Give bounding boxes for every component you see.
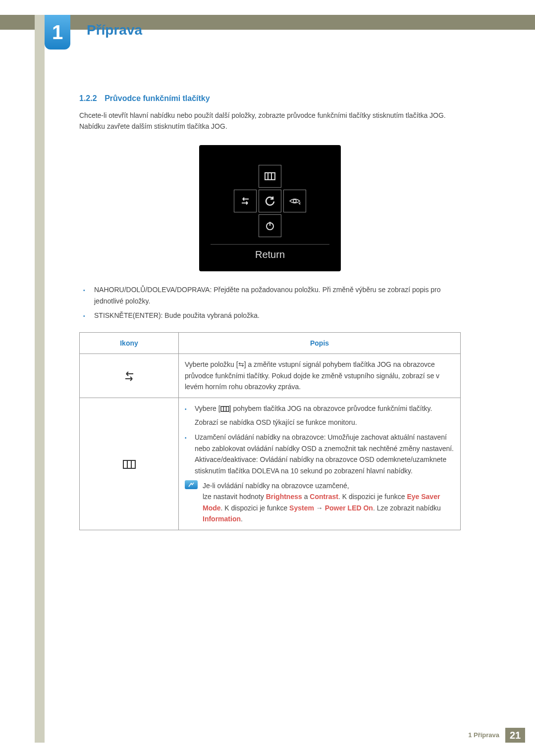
chapter-title: Příprava <box>87 22 142 30</box>
top-bar <box>0 15 535 30</box>
left-strip <box>35 15 45 30</box>
chapter-badge: 1 <box>45 15 70 30</box>
